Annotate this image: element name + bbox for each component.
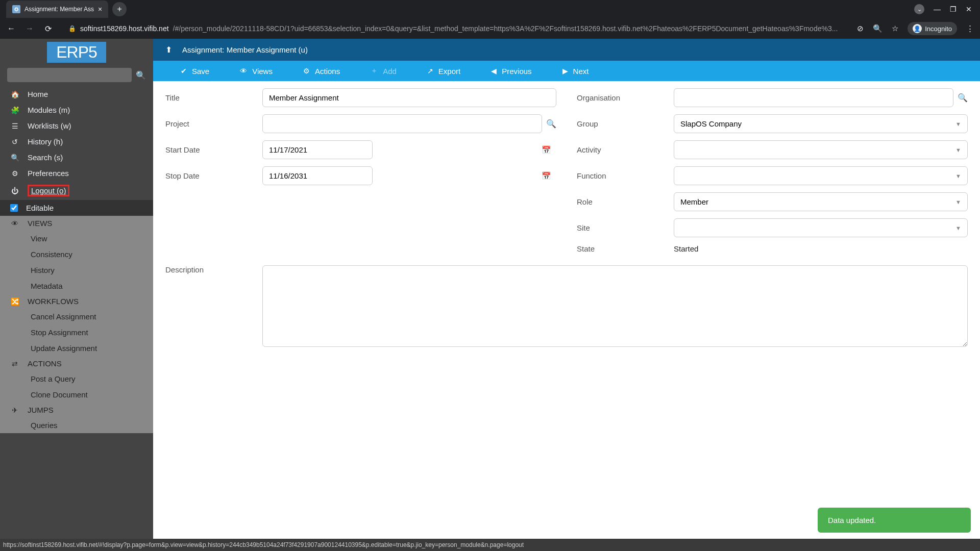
sidebar-item-home[interactable]: 🏠 Home	[0, 86, 153, 102]
maximize-icon[interactable]: ❐	[950, 5, 957, 13]
sidebar-search-icon[interactable]: 🔍	[136, 70, 146, 80]
back-icon[interactable]: ←	[6, 24, 16, 33]
zoom-icon[interactable]: 🔍	[873, 24, 883, 33]
incognito-icon: 👤	[913, 24, 922, 33]
actions-button[interactable]: ⚙ Actions	[288, 67, 355, 76]
next-button[interactable]: ▶ Next	[547, 67, 604, 76]
view-item-view[interactable]: View	[0, 231, 153, 246]
toast-success: Data updated.	[818, 508, 971, 533]
section-label: JUMPS	[28, 406, 54, 414]
form-grid: Title Project 🔍 Start Date	[165, 88, 968, 260]
label-role: Role	[577, 197, 674, 206]
bookmark-icon[interactable]: ☆	[892, 24, 898, 33]
sidebar-search-row: 🔍	[0, 66, 153, 86]
toggle-icon[interactable]: ⊘	[857, 24, 864, 33]
button-label: Add	[383, 67, 397, 76]
view-item-metadata[interactable]: Metadata	[0, 278, 153, 294]
sidebar-item-history[interactable]: ↺ History (h)	[0, 134, 153, 149]
browser-tab[interactable]: ✪ Assignment: Member Ass ×	[6, 1, 108, 18]
address-bar: ← → ⟳ 🔒 softinst158269.host.vifib.net /#…	[0, 18, 980, 39]
label-group: Group	[577, 119, 674, 128]
editable-checkbox[interactable]	[10, 204, 18, 212]
incognito-badge[interactable]: 👤 Incognito	[908, 22, 957, 35]
label-function: Function	[577, 171, 674, 180]
action-post-query[interactable]: Post a Query	[0, 371, 153, 387]
minimize-icon[interactable]: —	[934, 5, 941, 13]
view-item-consistency[interactable]: Consistency	[0, 246, 153, 262]
section-views: 👁 VIEWS	[0, 216, 153, 231]
action-clone[interactable]: Clone Document	[0, 387, 153, 403]
label-title: Title	[165, 93, 262, 102]
row-function: Function ▼	[577, 166, 968, 185]
activity-select[interactable]: ▼	[674, 140, 968, 159]
jump-queries[interactable]: Queries	[0, 417, 153, 433]
label-state: State	[577, 244, 674, 253]
up-icon[interactable]: ⬆	[165, 45, 172, 55]
row-organisation: Organisation 🔍	[577, 88, 968, 107]
views-button[interactable]: 👁 Views	[225, 67, 288, 76]
chevron-down-icon: ▼	[955, 225, 961, 231]
label-description: Description	[165, 265, 262, 347]
view-item-history[interactable]: History	[0, 262, 153, 278]
section-label: ACTIONS	[28, 359, 62, 368]
group-select[interactable]: SlapOS Company ▼	[674, 114, 968, 133]
row-start-date: Start Date 📅	[165, 140, 556, 159]
sidebar-item-logout[interactable]: ⏻ Logout (o)	[0, 181, 153, 200]
shuffle-icon: 🔀	[10, 297, 19, 306]
form-area: Title Project 🔍 Start Date	[153, 81, 980, 539]
button-label: Previous	[502, 67, 531, 76]
chrome-profile-icon[interactable]: ⌄	[914, 4, 924, 14]
row-description: Description	[165, 265, 968, 347]
start-date-input[interactable]	[262, 140, 373, 159]
lock-icon: 🔒	[68, 25, 76, 32]
project-input[interactable]	[262, 114, 542, 133]
sidebar-search-input[interactable]	[7, 68, 132, 82]
menu-icon[interactable]: ⋮	[966, 24, 974, 33]
site-select[interactable]: ▼	[674, 218, 968, 237]
chevron-down-icon: ▼	[955, 173, 961, 179]
app: ERP5 🔍 🏠 Home 🧩 Modules (m) ☰ Worklists …	[0, 39, 980, 539]
section-label: WORKFLOWS	[28, 297, 79, 306]
save-button[interactable]: ✔ Save	[165, 67, 225, 76]
label-activity: Activity	[577, 145, 674, 154]
logo[interactable]: ERP5	[47, 42, 106, 63]
sidebar-item-label: History (h)	[28, 137, 63, 146]
logo-row: ERP5	[0, 39, 153, 66]
sidebar-item-label: Logout (o)	[31, 186, 66, 195]
title-input[interactable]	[262, 88, 556, 107]
new-tab-button[interactable]: +	[112, 2, 127, 16]
browser-chrome: ✪ Assignment: Member Ass × + ⌄ — ❐ ✕ ← →…	[0, 0, 980, 39]
reload-icon[interactable]: ⟳	[43, 24, 53, 34]
button-label: Actions	[315, 67, 340, 76]
section-actions: ⇄ ACTIONS	[0, 356, 153, 371]
sidebar-item-editable[interactable]: Editable	[0, 200, 153, 216]
search-icon: 🔍	[10, 154, 19, 162]
workflow-update[interactable]: Update Assignment	[0, 340, 153, 356]
organisation-input[interactable]	[674, 88, 953, 107]
chevron-down-icon: ▼	[955, 147, 961, 153]
sidebar-item-search[interactable]: 🔍 Search (s)	[0, 149, 153, 165]
close-icon[interactable]: ✕	[966, 5, 972, 13]
tab-title: Assignment: Member Ass	[24, 6, 94, 13]
main: ⬆ Assignment: Member Assignment (u) ✔ Sa…	[153, 39, 980, 539]
tab-close-icon[interactable]: ×	[98, 5, 102, 13]
workflow-cancel[interactable]: Cancel Assignment	[0, 309, 153, 324]
organisation-search-icon[interactable]: 🔍	[958, 93, 968, 103]
workflow-stop[interactable]: Stop Assignment	[0, 324, 153, 340]
stop-date-input[interactable]	[262, 166, 373, 185]
export-button[interactable]: ↗ Export	[412, 67, 476, 76]
calendar-icon[interactable]: 📅	[542, 171, 551, 181]
forward-icon[interactable]: →	[24, 24, 35, 33]
function-select[interactable]: ▼	[674, 166, 968, 185]
sidebar-item-worklists[interactable]: ☰ Worklists (w)	[0, 118, 153, 134]
add-button[interactable]: ＋ Add	[355, 66, 412, 76]
calendar-icon[interactable]: 📅	[542, 145, 551, 155]
sliders-icon: ⚙	[10, 169, 19, 178]
role-select[interactable]: Member ▼	[674, 192, 968, 211]
description-textarea[interactable]	[262, 265, 968, 347]
project-search-icon[interactable]: 🔍	[546, 119, 556, 129]
sidebar-item-preferences[interactable]: ⚙ Preferences	[0, 165, 153, 181]
url-bar[interactable]: 🔒 softinst158269.host.vifib.net /#/perso…	[61, 21, 849, 36]
previous-button[interactable]: ◀ Previous	[476, 67, 547, 76]
sidebar-item-modules[interactable]: 🧩 Modules (m)	[0, 102, 153, 118]
